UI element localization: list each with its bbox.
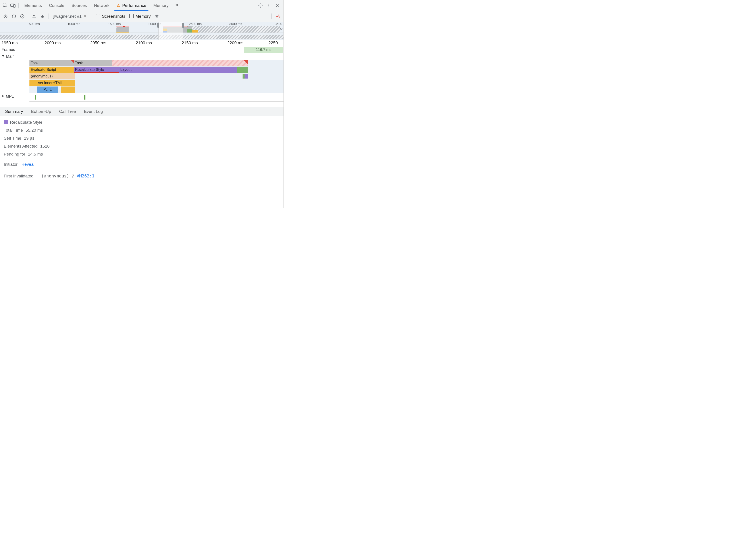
- block-task-2-long[interactable]: [112, 60, 248, 66]
- tab-console[interactable]: Console: [45, 0, 68, 11]
- flame-chart-area: 1950 ms 2000 ms 2050 ms 2100 ms 2150 ms …: [0, 40, 283, 107]
- svg-point-5: [260, 5, 261, 6]
- divider: [48, 13, 49, 19]
- overview-handle-left[interactable]: [157, 23, 159, 27]
- block-small-yellow-2[interactable]: [61, 87, 74, 93]
- long-task-marker-icon: [244, 60, 248, 64]
- frames-label: Frames: [2, 47, 15, 52]
- svg-rect-3: [118, 5, 119, 6]
- tab-event-log[interactable]: Event Log: [80, 107, 107, 116]
- block-layout[interactable]: Layout: [119, 67, 239, 73]
- reload-record-icon[interactable]: [10, 12, 18, 20]
- block-paint-2[interactable]: [244, 67, 248, 73]
- tab-network[interactable]: Network: [91, 0, 113, 11]
- overview-ruler: 500 ms 1000 ms 1500 ms 2000 ms 2500 ms 3…: [0, 22, 283, 26]
- first-invalidated-at: @: [72, 173, 74, 178]
- first-invalidated-label: First Invalidated: [4, 174, 34, 178]
- block-evaluate-script[interactable]: Evaluate Script: [30, 67, 75, 73]
- chevron-right-icon: ▼: [1, 95, 5, 98]
- memory-label: Memory: [136, 14, 151, 18]
- initiator-reveal-link[interactable]: Reveal: [21, 162, 35, 167]
- chevron-down-icon: ▼: [83, 14, 87, 19]
- track-gpu: ▼ GPU: [0, 93, 283, 102]
- track-main: ▼ Main Task Task Evalu: [0, 53, 283, 93]
- overview-cpu-lane: [0, 26, 283, 33]
- block-anonymous[interactable]: (anonymous): [30, 73, 75, 79]
- block-set-innerhtml[interactable]: set innerHTML: [37, 80, 74, 86]
- timeline-overview[interactable]: 500 ms 1000 ms 1500 ms 2000 ms 2500 ms 3…: [0, 22, 283, 40]
- svg-point-12: [277, 16, 279, 17]
- gpu-label: GPU: [6, 94, 15, 99]
- tab-memory[interactable]: Memory: [150, 0, 172, 11]
- profile-select-label: jlwagner.net #1: [53, 14, 82, 19]
- details-tabs: Summary Bottom-Up Call Tree Event Log: [0, 107, 283, 116]
- svg-rect-2: [13, 4, 15, 7]
- block-task-1[interactable]: Task: [30, 60, 75, 66]
- block-task-2a[interactable]: Task: [74, 60, 115, 66]
- initiator-label: Initiator: [4, 162, 17, 167]
- first-invalidated-location-link[interactable]: VM262:1: [77, 173, 95, 178]
- summary-title: Recalculate Style: [10, 120, 43, 125]
- capture-settings-icon[interactable]: [274, 12, 282, 20]
- settings-icon[interactable]: [257, 2, 265, 9]
- svg-point-7: [268, 5, 269, 6]
- save-profile-icon[interactable]: [39, 12, 47, 20]
- block-parsehtml[interactable]: P…L: [37, 87, 58, 93]
- trash-icon[interactable]: [153, 12, 161, 20]
- pending-for-value: 14.5 ms: [28, 152, 43, 157]
- tab-call-tree[interactable]: Call Tree: [55, 107, 80, 116]
- main-label: Main: [6, 54, 15, 59]
- elements-affected-value: 1520: [40, 144, 50, 149]
- frame-block[interactable]: 116.7 ms: [244, 47, 283, 53]
- warning-icon: [116, 4, 120, 7]
- block-recalculate-style[interactable]: Recalculate Style: [74, 67, 121, 73]
- profile-select[interactable]: jlwagner.net #1 ▼: [52, 13, 89, 19]
- close-icon[interactable]: [273, 2, 281, 9]
- self-time-label: Self Time: [4, 136, 21, 141]
- fr-tick-1: 2000 ms: [45, 41, 61, 45]
- track-frames-header[interactable]: Frames: [0, 47, 30, 53]
- load-profile-icon[interactable]: [30, 12, 38, 20]
- record-icon[interactable]: [2, 12, 9, 20]
- overview-net-lane: [0, 35, 283, 39]
- flame-ruler: 1950 ms 2000 ms 2050 ms 2100 ms 2150 ms …: [0, 40, 283, 47]
- gpu-block-1[interactable]: [35, 95, 36, 100]
- ov-tick-5: 3000 ms: [229, 22, 243, 26]
- tab-sources[interactable]: Sources: [68, 0, 91, 11]
- svg-point-8: [268, 6, 269, 7]
- total-time-label: Total Time: [4, 128, 23, 133]
- fr-tick-5: 2200 ms: [227, 41, 244, 45]
- inspect-element-icon[interactable]: [1, 2, 9, 9]
- fr-tick-3: 2100 ms: [136, 41, 152, 45]
- ov-tick-4: 2500 ms: [189, 22, 203, 26]
- device-toolbar-icon[interactable]: [9, 2, 17, 9]
- svg-point-6: [268, 4, 269, 5]
- memory-checkbox[interactable]: Memory: [129, 14, 151, 19]
- fr-tick-2: 2050 ms: [90, 41, 106, 45]
- track-frames: Frames 116.7 ms: [0, 47, 283, 53]
- devtools-main-tabs: Elements Console Sources Network Perform…: [0, 0, 283, 11]
- tab-bottom-up[interactable]: Bottom-Up: [27, 107, 55, 116]
- screenshots-label: Screenshots: [102, 14, 125, 18]
- track-main-header[interactable]: ▼ Main: [0, 53, 30, 95]
- performance-toolbar: jlwagner.net #1 ▼ Screenshots Memory: [0, 11, 283, 22]
- clear-icon[interactable]: [18, 12, 26, 20]
- tick-purple-small[interactable]: [245, 74, 248, 78]
- svg-point-10: [5, 15, 6, 17]
- ov-tick-0: 500 ms: [29, 22, 41, 26]
- tab-elements[interactable]: Elements: [21, 0, 45, 11]
- ov-tick-6: 3500: [275, 22, 283, 26]
- kebab-menu-icon[interactable]: [265, 2, 273, 9]
- first-invalidated-fn: (anonymous): [41, 173, 69, 178]
- tab-summary[interactable]: Summary: [1, 107, 27, 116]
- ov-tick-1: 1000 ms: [67, 22, 81, 26]
- task1-label: Task: [31, 61, 39, 65]
- tabs-overflow-icon[interactable]: [172, 0, 181, 11]
- pending-for-label: Pending for: [4, 152, 25, 157]
- overview-handle-right[interactable]: [182, 23, 184, 27]
- overview-selection[interactable]: [158, 22, 183, 40]
- gpu-block-2[interactable]: [84, 95, 86, 100]
- tab-performance[interactable]: Performance: [113, 0, 150, 11]
- screenshots-checkbox[interactable]: Screenshots: [96, 14, 125, 19]
- task2-label: Task: [75, 61, 83, 65]
